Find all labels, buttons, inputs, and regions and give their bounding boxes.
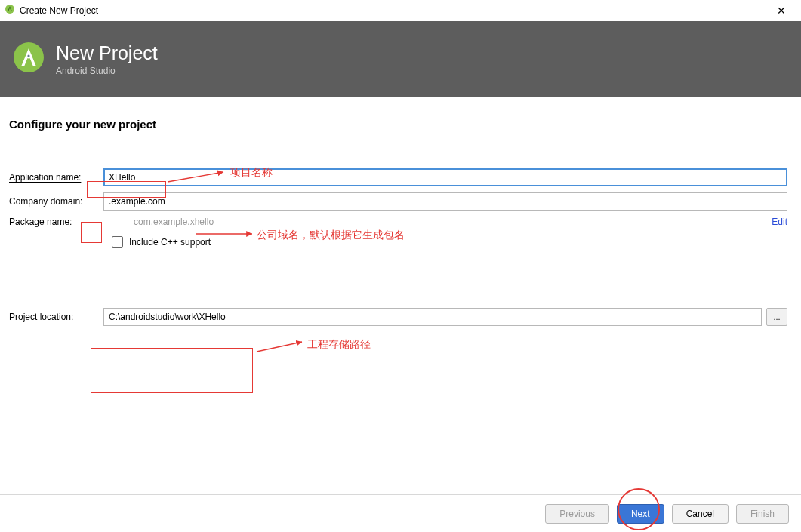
label-project-location: Project location: — [9, 312, 103, 322]
svg-point-0 — [5, 5, 14, 14]
wizard-footer: Previous Next Cancel Finish — [0, 494, 801, 532]
label-package-name: Package name: — [9, 217, 103, 227]
label-company-domain: Company domain: — [9, 196, 103, 207]
row-application-name: Application name: — [9, 168, 787, 186]
cancel-button[interactable]: Cancel — [672, 504, 729, 524]
label-include-cpp: Include C++ support — [129, 237, 211, 248]
input-company-domain[interactable] — [103, 192, 787, 211]
next-button-rest: ext — [638, 509, 650, 519]
value-package-name: com.example.xhello — [134, 217, 772, 227]
arrow-icon — [254, 338, 308, 355]
label-application-name: Application name: — [9, 172, 103, 183]
next-button-mnemonic: N — [631, 509, 638, 519]
titlebar: Create New Project ✕ — [0, 0, 801, 21]
checkbox-include-cpp[interactable] — [112, 236, 123, 248]
input-application-name[interactable] — [103, 168, 787, 186]
finish-button[interactable]: Finish — [736, 504, 789, 524]
svg-line-6 — [257, 342, 302, 352]
row-include-cpp: Include C++ support — [112, 236, 787, 248]
row-package-name: Package name: com.example.xhello Edit — [9, 217, 787, 227]
previous-button[interactable]: Previous — [545, 504, 609, 524]
browse-button[interactable]: ... — [766, 308, 787, 326]
row-company-domain: Company domain: — [9, 192, 787, 211]
wizard-header: New Project Android Studio — [0, 21, 801, 97]
android-studio-logo-icon — [12, 41, 45, 77]
edit-link[interactable]: Edit — [772, 217, 787, 227]
close-icon[interactable]: ✕ — [766, 5, 796, 17]
svg-point-3 — [27, 54, 29, 57]
section-title: Configure your new project — [9, 118, 787, 131]
window-title: Create New Project — [20, 5, 766, 16]
header-subtitle: Android Studio — [56, 66, 158, 76]
anno-text-project-location: 工程存储路径 — [307, 338, 371, 352]
input-project-location[interactable] — [103, 308, 762, 326]
next-button[interactable]: Next — [617, 504, 664, 524]
android-studio-icon — [5, 4, 15, 17]
header-title: New Project — [56, 42, 158, 64]
row-project-location: Project location: ... — [9, 308, 787, 326]
wizard-body: Configure your new project Application n… — [0, 97, 801, 326]
anno-box-project-location — [91, 348, 253, 393]
